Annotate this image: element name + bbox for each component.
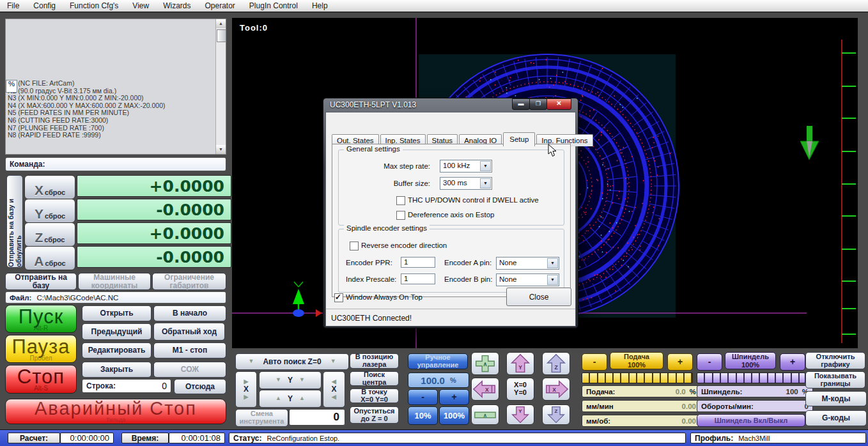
menu-operator[interactable]: Operator bbox=[198, 1, 242, 11]
spindle-override-bar[interactable] bbox=[697, 373, 805, 383]
dropdown-arrow-icon[interactable]: ▼ bbox=[547, 275, 558, 285]
reverse-run-button[interactable]: Обратный ход bbox=[153, 323, 225, 341]
stop-button[interactable]: СтопAlt-S bbox=[5, 365, 77, 394]
jog-percent-minus-button[interactable]: - bbox=[408, 389, 438, 405]
feed-minus-button[interactable]: - bbox=[582, 353, 607, 371]
goto-home-button[interactable]: Отправить на базу bbox=[5, 273, 77, 290]
machine-coords-button[interactable]: Машинные координаты bbox=[78, 273, 151, 290]
encoder-b-pin-select[interactable]: None ▼ bbox=[496, 273, 559, 286]
dropdown-arrow-icon[interactable]: ▼ bbox=[480, 161, 491, 171]
dereference-checkbox[interactable] bbox=[396, 211, 405, 220]
pause-button[interactable]: ПаузаПробел bbox=[5, 335, 77, 363]
home-all-button[interactable]: Отправить на базу и обнулить bbox=[6, 175, 23, 268]
edit-gcode-button[interactable]: Редактировать bbox=[82, 342, 151, 358]
jog-percent-plus-button[interactable]: + bbox=[439, 389, 469, 405]
encoder-a-pin-select[interactable]: None ▼ bbox=[496, 257, 559, 270]
spindle-toggle-button[interactable]: Шпиндель Вкл/Выкл bbox=[697, 414, 805, 427]
laser-position-button[interactable]: В позицию лазера bbox=[350, 353, 399, 369]
menu-file[interactable]: File bbox=[0, 1, 26, 11]
show-bounds-button[interactable]: Показывать границы bbox=[805, 371, 865, 388]
menu-wizards[interactable]: Wizards bbox=[156, 1, 198, 11]
minimize-icon[interactable]: ▬ bbox=[512, 98, 530, 110]
rewind-button[interactable]: В начало bbox=[153, 305, 226, 321]
run-from-here-button[interactable]: Отсюда bbox=[174, 379, 226, 394]
dro-a-value[interactable]: -0.0000 bbox=[77, 246, 231, 268]
jog-y-plus-button[interactable]: ▲Y▲ bbox=[259, 390, 322, 408]
jog-pad-y-minus-button[interactable]: Y bbox=[506, 404, 534, 425]
jog-x-minus-button[interactable]: ◀X◀ bbox=[323, 371, 345, 408]
dro-z-value[interactable]: +0.0000 bbox=[77, 222, 231, 244]
jog-100-percent-button[interactable]: 100% bbox=[439, 406, 469, 425]
gcode-line[interactable]: N6 (CUTTING FEED RATE:3000) bbox=[6, 117, 226, 125]
feed-100-button[interactable]: Подача 100% bbox=[610, 352, 663, 369]
open-file-button[interactable]: Открыть bbox=[82, 305, 151, 321]
m1-stop-button[interactable]: M1 - стоп bbox=[153, 342, 226, 358]
menu-plugin-control[interactable]: PlugIn Control bbox=[242, 1, 305, 11]
gcode-line[interactable]: N8 (RAPID FEED RATE :9999) bbox=[6, 132, 226, 139]
manual-jog-button[interactable]: Ручное управление bbox=[408, 353, 468, 369]
goto-xy-zero-button[interactable]: В точку X=0 Y=0 bbox=[350, 388, 399, 403]
tab-setup[interactable]: Setup bbox=[503, 132, 535, 146]
scroll-up-icon[interactable]: ▲ bbox=[216, 19, 226, 28]
find-center-button[interactable]: Поиск центра bbox=[350, 371, 399, 386]
coolant-button[interactable]: СОЖ bbox=[153, 362, 226, 378]
zero-x-button[interactable]: Xсброс bbox=[24, 175, 75, 199]
scroll-thumb[interactable] bbox=[217, 29, 226, 42]
jog-10-percent-button[interactable]: 10% bbox=[408, 406, 438, 425]
spindle-plus-button[interactable]: + bbox=[780, 353, 805, 371]
scroll-down-icon[interactable]: ▼ bbox=[216, 145, 226, 154]
dro-x-value[interactable]: +0.0000 bbox=[77, 175, 231, 197]
close-icon[interactable]: ✕ bbox=[546, 98, 571, 110]
jog-a-minus-button[interactable]: ∧ bbox=[471, 404, 499, 425]
gcode-line[interactable]: N1 (NC FILE: ArtCam) bbox=[6, 80, 226, 88]
dro-y-value[interactable]: -0.0000 bbox=[77, 199, 231, 220]
jog-pad-y-plus-button[interactable]: Y bbox=[506, 352, 534, 375]
thc-checkbox[interactable] bbox=[396, 196, 405, 205]
zero-y-button[interactable]: Yсброс bbox=[24, 199, 75, 223]
command-bar[interactable]: Команда: bbox=[5, 157, 226, 171]
tool-number-field[interactable]: 0 bbox=[289, 409, 345, 426]
feed-plus-button[interactable]: + bbox=[667, 353, 693, 371]
gcode-scrollbar[interactable]: ▲ ▼ bbox=[215, 19, 226, 154]
cycle-start-button[interactable]: ПускAlt-R bbox=[5, 305, 77, 333]
menu-help[interactable]: Help bbox=[305, 1, 335, 11]
menu-config[interactable]: Config bbox=[26, 1, 63, 11]
jog-pad-x-minus-button[interactable]: X bbox=[471, 378, 499, 401]
jog-pad-z-minus-button[interactable]: Z bbox=[542, 404, 570, 425]
dialog-close-button[interactable]: Close bbox=[506, 288, 571, 306]
zero-a-button[interactable]: Aсброс bbox=[24, 246, 75, 270]
dropdown-arrow-icon[interactable]: ▼ bbox=[480, 178, 491, 188]
jog-a-plus-button[interactable]: ∧ bbox=[471, 352, 499, 375]
index-prescale-input[interactable]: 1 bbox=[401, 273, 435, 284]
gcode-list[interactable]: % N1 (NC FILE: ArtCam) N2 (90.0 градус V… bbox=[5, 19, 226, 155]
encoder-ppr-input[interactable]: 1 bbox=[401, 257, 435, 268]
auto-zero-z-button[interactable]: ▼ Авто поиск Z=0 ▼ bbox=[235, 353, 349, 370]
reverse-encoder-checkbox[interactable] bbox=[350, 242, 359, 250]
toggle-graphics-button[interactable]: Отключить графику bbox=[805, 352, 865, 369]
zero-z-button[interactable]: Zсброс bbox=[24, 222, 75, 247]
buffer-size-select[interactable]: 300 ms ▼ bbox=[440, 177, 492, 190]
emergency-stop-button[interactable]: Аварийный Стоп Тильда bbox=[5, 399, 226, 424]
menu-function-cfgs[interactable]: Function Cfg's bbox=[63, 1, 125, 11]
tool-change-button[interactable]: Смена инструмента bbox=[235, 409, 288, 427]
g-codes-button[interactable]: G-коды bbox=[805, 410, 867, 426]
lower-to-z-zero-button[interactable]: Опуститься до Z = 0 bbox=[350, 406, 399, 424]
always-on-top-checkbox[interactable] bbox=[334, 293, 343, 302]
jog-pad-x-plus-button[interactable]: X bbox=[542, 378, 570, 401]
jog-x-plus-button[interactable]: ▶X▶ bbox=[235, 371, 257, 408]
spindle-minus-button[interactable]: - bbox=[697, 353, 722, 371]
line-number-field[interactable]: Строка: 0 bbox=[82, 379, 171, 393]
jog-y-minus-button[interactable]: ▼Y▼ bbox=[259, 371, 322, 389]
soft-limits-button[interactable]: Ограничение габаритов bbox=[152, 273, 226, 290]
prev-line-button[interactable]: Предыдущий bbox=[82, 323, 151, 340]
menu-view[interactable]: View bbox=[125, 1, 156, 11]
close-gcode-button[interactable]: Закрыть bbox=[82, 362, 151, 378]
gcode-line[interactable]: % bbox=[6, 80, 17, 93]
dropdown-arrow-icon[interactable]: ▼ bbox=[547, 258, 558, 268]
spindle-100-button[interactable]: Шпиндель 100% bbox=[725, 352, 776, 369]
maximize-icon[interactable]: ❐ bbox=[529, 98, 547, 110]
feed-override-bar[interactable] bbox=[582, 373, 693, 383]
max-step-rate-select[interactable]: 100 kHz ▼ bbox=[440, 160, 492, 173]
xy-zero-button[interactable]: X=0 Y=0 bbox=[506, 378, 534, 401]
jog-pad-z-plus-button[interactable]: Z bbox=[542, 352, 570, 375]
